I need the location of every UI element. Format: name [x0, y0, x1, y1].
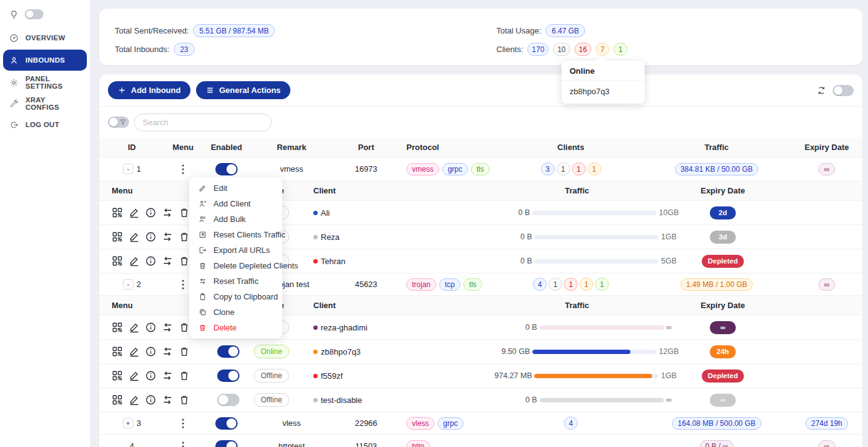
- menu-item-delete-depleted-clients[interactable]: Delete Depleted Clients: [189, 258, 282, 273]
- delete-icon[interactable]: [179, 346, 190, 357]
- reset-traffic-icon[interactable]: [162, 394, 173, 405]
- edit-icon[interactable]: [128, 322, 140, 333]
- plus-icon: [118, 86, 126, 94]
- client-traffic-used: 9.50 GB: [475, 347, 530, 356]
- qr-code-icon[interactable]: [112, 231, 123, 242]
- filter-funnel-icon: [119, 118, 127, 126]
- row-menu-button[interactable]: [178, 278, 188, 291]
- expand-row-button[interactable]: +: [123, 418, 133, 428]
- sidebar-item-inbounds[interactable]: INBOUNDS: [3, 50, 87, 71]
- delete-icon[interactable]: [179, 394, 190, 405]
- sidebar-item-logout[interactable]: LOG OUT: [3, 115, 87, 134]
- inbound-traffic-pill: 1.49 MB / 1.00 GB: [681, 278, 753, 291]
- reset-traffic-icon[interactable]: [162, 207, 173, 218]
- menu-item-reset-traffic[interactable]: Reset Traffic: [189, 273, 282, 289]
- reset-traffic-icon[interactable]: [162, 370, 173, 381]
- info-icon[interactable]: [145, 394, 156, 405]
- edit-icon[interactable]: [128, 231, 140, 242]
- client-enabled-toggle[interactable]: [217, 370, 239, 382]
- client-expiry-badge: Depleted: [702, 370, 745, 383]
- info-icon[interactable]: [145, 322, 156, 333]
- client-color-dot: [313, 398, 318, 402]
- menu-item-reset-clients-traffic[interactable]: Reset Clients Traffic: [189, 227, 282, 242]
- wrench-icon: [9, 99, 19, 108]
- client-enabled-toggle[interactable]: [217, 394, 239, 406]
- delete-icon[interactable]: [179, 322, 190, 333]
- clients-count-online[interactable]: 1: [614, 43, 627, 56]
- row-menu-button[interactable]: [178, 417, 188, 430]
- collapse-row-button[interactable]: -: [123, 164, 133, 174]
- inbound-remark: vmess: [251, 164, 332, 174]
- client-expiry-badge: ∞: [710, 321, 736, 334]
- reset-traffic-icon[interactable]: [162, 231, 173, 242]
- menu-item-clone[interactable]: Clone: [189, 304, 282, 320]
- add-inbound-button[interactable]: Add Inbound: [108, 81, 190, 99]
- qr-code-icon[interactable]: [112, 255, 123, 267]
- info-icon[interactable]: [145, 255, 156, 267]
- edit-icon[interactable]: [128, 346, 140, 357]
- general-actions-button[interactable]: General Actions: [196, 81, 290, 99]
- delete-icon[interactable]: [179, 231, 190, 242]
- clients-count-default[interactable]: 10: [553, 43, 570, 56]
- edit-icon[interactable]: [128, 255, 140, 267]
- clients-count-depleted[interactable]: 16: [575, 43, 591, 56]
- qr-code-icon[interactable]: [112, 394, 123, 405]
- client-count-badge: 3: [541, 162, 555, 175]
- clients-count-total[interactable]: 170: [527, 43, 548, 56]
- qr-code-icon[interactable]: [112, 370, 123, 381]
- inbound-id: 4: [130, 441, 134, 447]
- menu-item-copy-to-clipboard[interactable]: Copy to Clipboard: [189, 289, 282, 304]
- protocol-tag: http: [406, 440, 430, 447]
- sidebar-item-panel-settings[interactable]: PANEL SETTINGS: [3, 73, 87, 92]
- row-menu-button[interactable]: [178, 440, 188, 447]
- delete-icon[interactable]: [179, 255, 190, 267]
- menu-item-edit[interactable]: Edit: [189, 180, 282, 196]
- filter-toggle[interactable]: [108, 117, 129, 128]
- inbound-port: 22966: [332, 418, 400, 428]
- info-icon[interactable]: [145, 346, 156, 357]
- info-icon[interactable]: [145, 231, 156, 242]
- inbound-enabled-toggle[interactable]: [215, 440, 238, 447]
- menu-item-delete[interactable]: Delete: [189, 320, 282, 335]
- online-clients-popover: Online zb8hpo7q3: [562, 61, 645, 104]
- inbound-enabled-toggle[interactable]: [215, 417, 238, 430]
- menu-item-add-bulk[interactable]: Add Bulk: [189, 211, 282, 227]
- theme-toggle[interactable]: [25, 9, 43, 19]
- row-menu-button[interactable]: [178, 163, 188, 175]
- protocol-tag: vless: [406, 417, 434, 430]
- col-header-enabled: Enabled: [202, 143, 251, 152]
- auto-refresh-toggle[interactable]: [833, 85, 854, 96]
- inbound-expiry-pill: ∞: [818, 278, 835, 291]
- client-traffic-cap: 12GB: [659, 347, 679, 356]
- search-input[interactable]: [134, 113, 272, 131]
- sidebar-item-overview[interactable]: OVERVIEW: [3, 29, 87, 47]
- qr-code-icon[interactable]: [112, 322, 123, 333]
- collapse-row-button[interactable]: -: [123, 279, 133, 290]
- info-icon[interactable]: [145, 370, 156, 381]
- col-header-port: Port: [332, 143, 400, 152]
- edit-icon[interactable]: [128, 370, 140, 381]
- qr-code-icon[interactable]: [112, 346, 123, 357]
- menu-item-export-all-urls[interactable]: Export All URLs: [189, 242, 282, 258]
- copy-icon: [199, 308, 207, 316]
- edit-icon[interactable]: [128, 207, 140, 218]
- inbound-enabled-toggle[interactable]: [215, 163, 238, 175]
- info-icon[interactable]: [145, 207, 156, 218]
- reset-traffic-icon[interactable]: [162, 322, 173, 333]
- edit-icon[interactable]: [128, 394, 140, 405]
- sidebar-item-xray-configs[interactable]: XRAY CONFIGS: [3, 94, 87, 113]
- protocol-tag: vmess: [406, 163, 439, 175]
- reset-traffic-icon[interactable]: [162, 255, 173, 267]
- delete-icon[interactable]: [179, 207, 190, 218]
- overview-icon: [9, 33, 19, 43]
- export-icon: [199, 246, 207, 254]
- qr-code-icon[interactable]: [112, 207, 123, 218]
- refresh-icon[interactable]: [817, 86, 826, 95]
- client-enabled-toggle[interactable]: [217, 345, 239, 358]
- reset-traffic-icon[interactable]: [162, 346, 173, 357]
- menu-item-add-client[interactable]: Add Client: [189, 196, 282, 211]
- clients-count-expiring[interactable]: 7: [596, 43, 609, 56]
- protocol-tag: grpc: [437, 417, 463, 430]
- client-status-pill: Offline: [254, 369, 289, 383]
- delete-icon[interactable]: [179, 370, 190, 381]
